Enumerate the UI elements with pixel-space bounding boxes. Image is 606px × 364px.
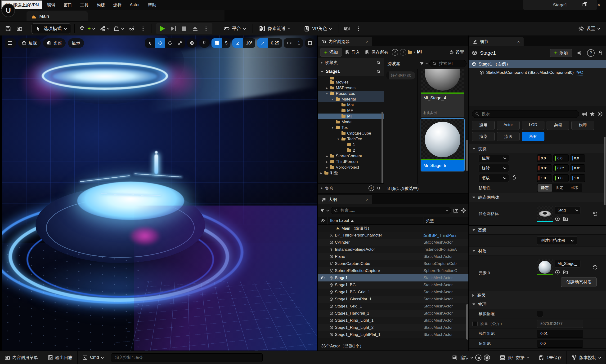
outliner-row-Stage1_GlassPlat_1[interactable]: Stage1_GlassPlat_1StaticMeshActor	[318, 296, 468, 303]
outliner-scrollbar[interactable]	[466, 304, 468, 340]
tree-item-Mat[interactable]: Mat	[318, 102, 384, 108]
outliner-row-SceneCaptureCube[interactable]: SceneCaptureCubeSceneCaptureCub	[318, 260, 468, 267]
transform-value-field[interactable]: 1.0	[553, 174, 569, 182]
transform-value-field[interactable]: 0.0°	[570, 164, 585, 172]
transform-value-field[interactable]: 1.0	[570, 174, 585, 182]
menu-item-1[interactable]: 编辑	[43, 0, 59, 10]
tree-item-1[interactable]: 1	[318, 142, 384, 148]
blueprints-button[interactable]	[97, 23, 111, 34]
filter-chip-toggle[interactable]	[386, 71, 389, 79]
search-icon[interactable]	[376, 61, 381, 65]
move-tool-button[interactable]	[155, 38, 165, 48]
transform-value-field[interactable]: 0.0°	[537, 164, 552, 172]
component-row-staticmesh[interactable]: StaticMeshComponent (StaticMeshComponent…	[469, 68, 606, 77]
reset-icon[interactable]	[592, 211, 598, 217]
lock-icon[interactable]	[597, 50, 603, 56]
tree-item-2[interactable]: 2	[318, 148, 384, 153]
linear-damping-field[interactable]: 0.01	[537, 330, 583, 338]
details-filter-chip-物理[interactable]: 物理	[571, 121, 594, 130]
outliner-row-Stage1_Handrail_1[interactable]: Stage1_Handrail_1StaticMeshActor	[318, 310, 468, 317]
type-column-header[interactable]: 类型	[423, 218, 468, 223]
details-filter-chip-杂项[interactable]: 杂项	[547, 121, 569, 130]
section-advanced-collapsed[interactable]: 高级	[469, 291, 606, 300]
tree-item-TechTex[interactable]: ▼TechTex	[318, 136, 384, 142]
revision-control-dropdown[interactable]: 版本控制	[567, 351, 606, 364]
filter-chip-static-mesh[interactable]: 静态网格体	[386, 71, 415, 79]
camera-speed-icon[interactable]	[284, 38, 295, 48]
component-row-instance[interactable]: Stage1 （实例）	[469, 60, 606, 68]
viewport-3d-scene[interactable]: 透视 光照 显示	[2, 36, 317, 351]
use-selected-asset-icon[interactable]	[555, 270, 560, 275]
xr-tools-button[interactable]	[126, 23, 137, 34]
tree-item-MSPresets[interactable]: ▶MSPresets	[318, 85, 384, 91]
chevron-right-icon[interactable]: ▶	[325, 87, 329, 90]
grid-snap-value[interactable]: 5	[222, 41, 230, 46]
chevron-down-icon[interactable]	[327, 209, 329, 211]
asset-scrollbar[interactable]	[466, 140, 468, 171]
tree-item-StarterContent[interactable]: ▶StarterContent	[318, 153, 384, 159]
camera-speed-value[interactable]: 1	[295, 41, 303, 46]
asset-search[interactable]	[429, 60, 467, 67]
minimize-button[interactable]	[562, 0, 577, 10]
outliner-world-row[interactable]: Main （编辑器）	[318, 225, 468, 232]
asset-card-mi-stage-4[interactable]: Mi_Stage_4 材质实例	[421, 69, 464, 117]
outliner-settings-icon[interactable]	[461, 208, 466, 213]
simulate-physics-checkbox[interactable]	[537, 311, 543, 317]
outliner-row-Plane[interactable]: PlaneStaticMeshActor	[318, 253, 468, 260]
tab-details[interactable]: 细节 ×	[469, 37, 523, 46]
create-dynamic-material-button[interactable]: 创建动态材质	[561, 277, 596, 287]
chevron-right-icon[interactable]: ▶	[325, 166, 329, 169]
tab-outliner[interactable]: 大纲 ×	[318, 195, 372, 204]
component-source-link[interactable]: 在C	[576, 70, 583, 76]
forward-button[interactable]	[400, 49, 406, 56]
derived-data-dropdown[interactable]: 派生数据	[495, 351, 534, 364]
tree-item-Movies[interactable]: Movies	[318, 79, 384, 85]
add-collection-icon[interactable]: +	[369, 185, 374, 191]
outliner-row-Stage1_Grid_1[interactable]: Stage1_Grid_1StaticMeshActor	[318, 303, 468, 310]
tree-item-MI[interactable]: MI	[318, 114, 384, 119]
menu-item-6[interactable]: Actor	[126, 0, 144, 10]
outliner-row-Stage1[interactable]: Stage1StaticMeshActor	[318, 274, 468, 281]
angular-damping-field[interactable]: 0.0	[537, 340, 583, 348]
grid-snap-toggle[interactable]	[211, 38, 222, 48]
close-tab-icon[interactable]: ×	[360, 39, 369, 44]
outliner-row-InstancedFoliageActor[interactable]: InstancedFoliageActorInstancedFoliageA	[318, 246, 468, 253]
add-asset-button[interactable]: +添加	[320, 48, 342, 56]
item-label-column-header[interactable]: Item Label	[328, 217, 423, 224]
outliner-row-Stage1_Ring_Light_2[interactable]: Stage1_Ring_Light_2StaticMeshActor	[318, 324, 468, 331]
stop-button[interactable]	[179, 23, 190, 34]
chevron-right-icon[interactable]: ▶	[325, 160, 329, 163]
eject-button[interactable]	[190, 23, 201, 34]
scale-tool-button[interactable]	[175, 38, 185, 48]
chevron-down-icon[interactable]	[426, 62, 428, 64]
play-options-button[interactable]	[201, 23, 211, 34]
tree-item-CaptureCube[interactable]: CaptureCube	[318, 130, 384, 136]
details-search[interactable]	[472, 110, 579, 118]
platforms-dropdown[interactable]: 平台	[220, 23, 249, 34]
mobility-option-可移[interactable]: 可移	[567, 184, 582, 192]
insights-icon[interactable]	[475, 354, 482, 361]
menu-item-5[interactable]: 选择	[109, 0, 126, 10]
rotate-tool-button[interactable]	[165, 38, 175, 48]
unsaved-button[interactable]: 1未保存	[534, 351, 567, 364]
tree-item-Material[interactable]: ▼Material	[318, 96, 384, 102]
settings-dropdown[interactable]: 设置	[578, 26, 603, 32]
select-tool-button[interactable]	[145, 38, 155, 48]
browse-to-asset-icon[interactable]	[563, 270, 568, 275]
add-component-button[interactable]: +添加	[550, 49, 572, 57]
cb-settings-button[interactable]: 设置	[448, 50, 466, 55]
play-button[interactable]	[157, 23, 168, 34]
static-mesh-select[interactable]: Stag	[555, 206, 580, 214]
save-button[interactable]	[3, 23, 13, 34]
transform-value-field[interactable]: 0.0	[570, 155, 585, 162]
tree-item-partial[interactable]	[318, 77, 384, 79]
transform-value-field[interactable]: 0.0°	[553, 164, 569, 172]
outliner-row-Stage1_Ring_Light_1[interactable]: Stage1_Ring_Light_1StaticMeshActor	[318, 317, 468, 324]
outliner-row-Stage1_BG_Grid_1[interactable]: Stage1_BG_Grid_1StaticMeshActor	[318, 288, 468, 296]
transform-value-field[interactable]: 0.0	[553, 155, 569, 162]
section-transform[interactable]: 变换	[469, 144, 606, 153]
browse-to-asset-icon[interactable]	[563, 216, 568, 221]
chevron-right-icon[interactable]: ▶	[320, 172, 323, 175]
details-filter-chip-渲染[interactable]: 渲染	[472, 132, 495, 141]
section-advanced-open[interactable]: 高级	[469, 225, 606, 234]
